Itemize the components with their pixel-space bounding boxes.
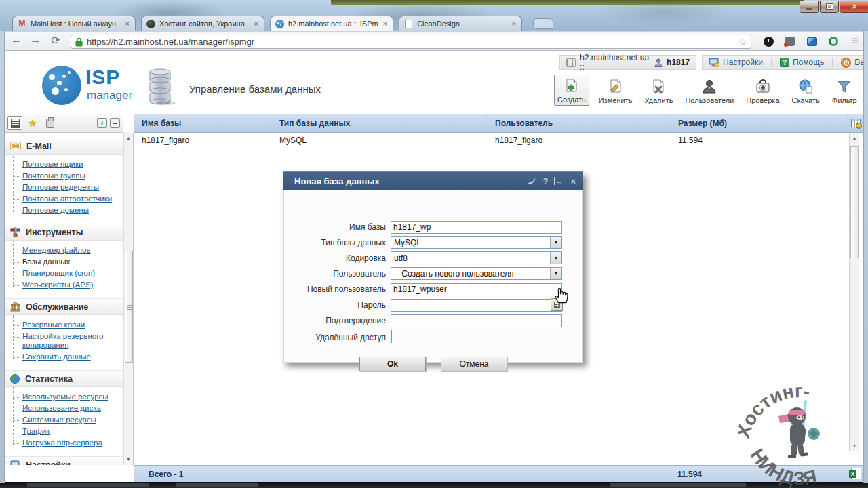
sidebar-link[interactable]: Резервные копии — [22, 321, 85, 329]
charset-select[interactable]: utf8 ▼ — [391, 251, 562, 264]
sidebar-link[interactable]: Нагрузка http-сервера — [22, 439, 102, 447]
section-header-statistics[interactable]: Статистика — [5, 370, 123, 387]
collapse-all-button[interactable]: − — [110, 118, 120, 128]
browser-tab-cleandesign[interactable]: CleanDesign × — [399, 16, 522, 31]
cell-db-type[interactable]: MySQL — [271, 133, 487, 148]
create-button[interactable]: Создать — [554, 75, 589, 106]
extension-evernote-icon[interactable] — [784, 35, 796, 47]
clipboard-button[interactable] — [43, 116, 58, 130]
remote-access-checkbox[interactable] — [391, 330, 392, 343]
sidebar-link[interactable]: Почтовые автоответчики — [22, 195, 112, 203]
url-text[interactable]: https://h2.mainhost.net.ua/manager/ispmg… — [87, 37, 734, 47]
sidebar-link[interactable]: Web-скрипты (APS) — [22, 281, 94, 289]
scroll-down-icon[interactable]: ▼ — [124, 457, 133, 462]
sidebar-item-used-resources[interactable]: Используемые ресурсы — [5, 391, 123, 403]
cell-db-user[interactable]: h1817_figaro — [487, 133, 670, 148]
tab-close-icon[interactable]: × — [124, 20, 131, 28]
extension-opera-icon[interactable] — [827, 35, 840, 47]
sidebar-link[interactable]: Почтовые группы — [22, 171, 85, 180]
scrollbar-thumb[interactable] — [125, 251, 133, 363]
chevron-down-icon[interactable]: ▼ — [550, 268, 561, 279]
dialog-close-icon[interactable]: × — [570, 176, 576, 186]
sidebar-item-disk-usage[interactable]: Использование диска — [5, 403, 123, 414]
sidebar-link[interactable]: Почтовые домены — [22, 206, 89, 214]
maximize-button[interactable] — [820, 1, 839, 13]
sidebar-item-http-load[interactable]: Нагрузка http-сервера — [5, 437, 123, 449]
column-header-user[interactable]: Пользователь — [487, 114, 670, 132]
cell-db-name[interactable]: h1817_figaro — [134, 133, 271, 148]
table-row[interactable]: h1817_figaro MySQL h1817_figaro 11.594 — [134, 133, 854, 148]
cancel-button[interactable]: Отмена — [441, 357, 507, 371]
new-tab-button[interactable] — [533, 18, 553, 29]
sidebar-item-databases[interactable]: Базы данных — [5, 256, 123, 268]
sidebar-item-maildomains[interactable]: Почтовые домены — [5, 205, 123, 216]
delete-button[interactable]: Удалить — [642, 76, 675, 106]
section-header-maintenance[interactable]: Обслуживание — [5, 298, 123, 315]
sidebar-item-backups[interactable]: Резервные копии — [5, 319, 123, 331]
column-header-size[interactable]: Размер (Мб) — [670, 114, 848, 132]
db-user-select[interactable]: -- Создать нового пользователя -- ▼ — [391, 267, 562, 280]
close-window-button[interactable]: × — [840, 1, 868, 13]
browser-menu-button[interactable]: ≡ — [849, 35, 861, 47]
sidebar-item-backup-settings[interactable]: Настройка резервного копирования — [5, 331, 123, 351]
chevron-down-icon[interactable]: ▼ — [550, 237, 561, 248]
extension-blue-icon[interactable] — [806, 35, 818, 47]
filter-button[interactable]: Фильтр — [829, 76, 860, 106]
ok-button[interactable]: Ok — [359, 357, 426, 371]
sidebar-link[interactable]: Использование диска — [22, 404, 101, 412]
sidebar-link[interactable]: Настройка резервного копирования — [22, 332, 103, 349]
db-name-input[interactable] — [391, 221, 562, 234]
sidebar-link-current[interactable]: Базы данных — [22, 258, 70, 266]
scrollbar-thumb[interactable] — [850, 146, 859, 258]
sidebar-link[interactable]: Используемые ресурсы — [22, 392, 108, 401]
sidebar-item-autoresponders[interactable]: Почтовые автоответчики — [5, 193, 123, 205]
sidebar-link[interactable]: Почтовые ящики — [22, 160, 83, 168]
new-user-input[interactable] — [391, 283, 562, 296]
sidebar-item-mailgroups[interactable]: Почтовые группы — [5, 170, 123, 182]
confirm-password-input[interactable] — [391, 314, 562, 327]
scroll-up-icon[interactable]: ▲ — [124, 136, 133, 140]
users-button[interactable]: Пользователи — [682, 76, 736, 106]
forward-button[interactable]: → — [27, 34, 43, 46]
scroll-up-icon[interactable]: ▲ — [850, 136, 859, 140]
cell-db-size[interactable]: 11.594 — [670, 133, 848, 148]
sidebar-item-cron[interactable]: Планировщик (cron) — [5, 268, 123, 279]
browser-tab-ispmanager[interactable]: h2.mainhost.net.ua :: ISPm × — [270, 16, 393, 31]
sidebar-link[interactable]: Почтовые редиректы — [22, 183, 99, 191]
sidebar-scrollbar[interactable]: ▲ ▼ — [123, 133, 134, 465]
browser-tab-hosting[interactable]: Хостинг сайтов, Украина × — [141, 16, 264, 31]
browser-tab-mainhost[interactable]: M MainHost : Новый аккаун × — [12, 16, 136, 31]
tab-close-icon[interactable]: × — [382, 20, 389, 28]
sidebar-link[interactable]: Сохранить данные — [22, 352, 91, 361]
db-type-select[interactable]: MySQL ▼ — [391, 236, 562, 249]
dialog-help-icon[interactable]: ? — [542, 176, 548, 186]
sidebar-item-mailboxes[interactable]: Почтовые ящики — [5, 159, 123, 170]
view-list-button[interactable] — [7, 116, 22, 130]
tab-close-icon[interactable]: × — [511, 20, 517, 28]
help-link[interactable]: ? Помощь — [780, 58, 824, 67]
check-button[interactable]: Проверка — [743, 76, 782, 106]
tab-close-icon[interactable]: × — [253, 20, 260, 28]
sidebar-item-system-resources[interactable]: Системные ресурсы — [5, 414, 123, 426]
favorites-button[interactable]: ★ — [25, 116, 40, 130]
back-button[interactable]: ← — [8, 34, 24, 46]
dialog-resize-icon[interactable]: ↔ — [554, 177, 564, 185]
pin-icon[interactable] — [527, 177, 536, 185]
download-button[interactable]: Скачать — [789, 76, 823, 106]
section-header-tools[interactable]: Инструменты — [5, 224, 123, 241]
settings-link[interactable]: Настройки — [709, 58, 763, 67]
column-header-name[interactable]: Имя базы — [134, 114, 271, 132]
expand-all-button[interactable]: + — [97, 118, 107, 128]
sidebar-item-traffic[interactable]: Трафик — [5, 426, 123, 437]
section-header-email[interactable]: ✉ E-Mail — [5, 138, 123, 155]
sidebar-item-save-data[interactable]: Сохранить данные — [5, 351, 123, 363]
sidebar-item-mailredirects[interactable]: Почтовые редиректы — [5, 182, 123, 193]
address-bar[interactable]: https://h2.mainhost.net.ua/manager/ispmg… — [71, 35, 751, 49]
column-header-type[interactable]: Тип базы данных — [271, 114, 487, 132]
sidebar-link[interactable]: Планировщик (cron) — [22, 269, 95, 277]
chevron-down-icon[interactable]: ▼ — [550, 252, 561, 264]
extension-clock-icon[interactable] — [762, 35, 774, 47]
section-header-settings[interactable]: Настройки — [5, 456, 123, 465]
password-input[interactable] — [391, 299, 562, 312]
minimize-button[interactable] — [800, 1, 819, 13]
